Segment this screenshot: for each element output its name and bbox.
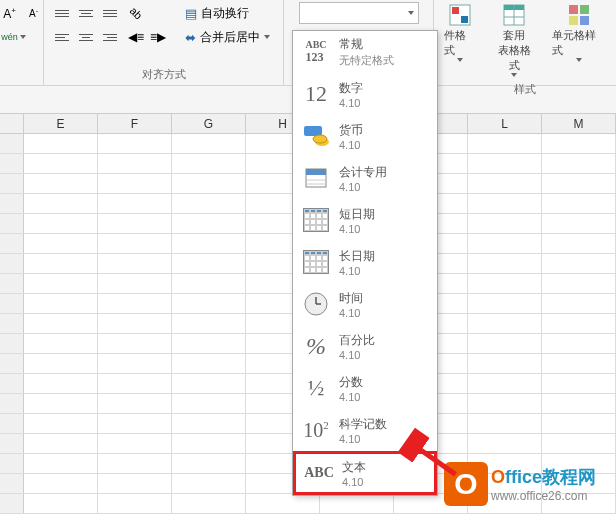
cell[interactable] bbox=[468, 134, 542, 153]
cell[interactable] bbox=[468, 374, 542, 393]
cell[interactable] bbox=[542, 134, 616, 153]
cell[interactable] bbox=[468, 234, 542, 253]
row-header[interactable] bbox=[0, 414, 24, 433]
cell[interactable] bbox=[24, 214, 98, 233]
cell[interactable] bbox=[98, 474, 172, 493]
format-option-frac[interactable]: ½分数4.10 bbox=[293, 367, 437, 409]
cell[interactable] bbox=[320, 494, 394, 513]
column-header[interactable]: G bbox=[172, 114, 246, 133]
cell[interactable] bbox=[24, 314, 98, 333]
row-header[interactable] bbox=[0, 134, 24, 153]
cell[interactable] bbox=[98, 234, 172, 253]
row-header[interactable] bbox=[0, 454, 24, 473]
cell[interactable] bbox=[24, 374, 98, 393]
row-header[interactable] bbox=[0, 234, 24, 253]
align-top-right[interactable] bbox=[99, 2, 121, 24]
format-option-ledger[interactable]: 会计专用4.10 bbox=[293, 157, 437, 199]
format-option-clock[interactable]: 时间4.10 bbox=[293, 283, 437, 325]
cell[interactable] bbox=[542, 174, 616, 193]
cell[interactable] bbox=[542, 274, 616, 293]
cell[interactable] bbox=[468, 394, 542, 413]
cell[interactable] bbox=[98, 354, 172, 373]
cell[interactable] bbox=[24, 194, 98, 213]
format-option-abc123[interactable]: ABC123常规无特定格式 bbox=[293, 31, 437, 73]
cell[interactable] bbox=[468, 434, 542, 453]
column-header[interactable]: F bbox=[98, 114, 172, 133]
cell[interactable] bbox=[542, 394, 616, 413]
cell[interactable] bbox=[24, 294, 98, 313]
row-header[interactable] bbox=[0, 254, 24, 273]
cell[interactable] bbox=[172, 334, 246, 353]
row-header[interactable] bbox=[0, 334, 24, 353]
cell[interactable] bbox=[172, 154, 246, 173]
cell[interactable] bbox=[172, 234, 246, 253]
cell[interactable] bbox=[172, 434, 246, 453]
align-left[interactable] bbox=[51, 26, 73, 48]
wrap-text-button[interactable]: ▤ 自动换行 bbox=[179, 2, 276, 24]
cell[interactable] bbox=[24, 274, 98, 293]
cell[interactable] bbox=[542, 214, 616, 233]
row-header[interactable] bbox=[0, 434, 24, 453]
row-header[interactable] bbox=[0, 374, 24, 393]
cell[interactable] bbox=[98, 134, 172, 153]
cell[interactable] bbox=[24, 234, 98, 253]
shrink-font-button[interactable]: A- bbox=[23, 2, 45, 24]
row-header[interactable] bbox=[0, 174, 24, 193]
merge-center-button[interactable]: ⬌ 合并后居中 bbox=[179, 26, 276, 48]
cell[interactable] bbox=[98, 434, 172, 453]
cell[interactable] bbox=[98, 194, 172, 213]
align-right[interactable] bbox=[99, 26, 121, 48]
cell[interactable] bbox=[172, 494, 246, 513]
cell[interactable] bbox=[98, 454, 172, 473]
cell[interactable] bbox=[172, 274, 246, 293]
align-top-center[interactable] bbox=[75, 2, 97, 24]
cell[interactable] bbox=[172, 194, 246, 213]
cell[interactable] bbox=[24, 134, 98, 153]
cell[interactable] bbox=[172, 354, 246, 373]
cell[interactable] bbox=[172, 374, 246, 393]
column-header[interactable]: M bbox=[542, 114, 616, 133]
cell[interactable] bbox=[172, 474, 246, 493]
format-option-pct[interactable]: %百分比4.10 bbox=[293, 325, 437, 367]
cell[interactable] bbox=[542, 154, 616, 173]
format-option-cal[interactable]: 短日期4.10 bbox=[293, 199, 437, 241]
cell[interactable] bbox=[468, 354, 542, 373]
cell[interactable] bbox=[172, 314, 246, 333]
format-option-coins[interactable]: 货币4.10 bbox=[293, 115, 437, 157]
cell[interactable] bbox=[98, 494, 172, 513]
format-option-12[interactable]: 12数字4.10 bbox=[293, 73, 437, 115]
cell[interactable] bbox=[98, 394, 172, 413]
row-header[interactable] bbox=[0, 354, 24, 373]
increase-indent[interactable]: ≡▶ bbox=[147, 26, 169, 48]
align-top-left[interactable] bbox=[51, 2, 73, 24]
cell[interactable] bbox=[542, 314, 616, 333]
cell[interactable] bbox=[24, 354, 98, 373]
decrease-indent[interactable]: ◀≡ bbox=[125, 26, 147, 48]
cell[interactable] bbox=[24, 174, 98, 193]
cell[interactable] bbox=[246, 494, 320, 513]
cell[interactable] bbox=[542, 374, 616, 393]
cell[interactable] bbox=[172, 254, 246, 273]
cell[interactable] bbox=[172, 134, 246, 153]
grow-font-button[interactable]: A+ bbox=[0, 2, 21, 24]
cell[interactable] bbox=[24, 254, 98, 273]
cell[interactable] bbox=[24, 154, 98, 173]
row-header[interactable] bbox=[0, 474, 24, 493]
cell[interactable] bbox=[542, 234, 616, 253]
cell[interactable] bbox=[172, 294, 246, 313]
cell[interactable] bbox=[98, 414, 172, 433]
cell[interactable] bbox=[98, 334, 172, 353]
cell[interactable] bbox=[468, 154, 542, 173]
cell[interactable] bbox=[24, 334, 98, 353]
cell[interactable] bbox=[24, 394, 98, 413]
cell[interactable] bbox=[542, 414, 616, 433]
cell[interactable] bbox=[98, 294, 172, 313]
format-option-cal[interactable]: 长日期4.10 bbox=[293, 241, 437, 283]
cell[interactable] bbox=[468, 254, 542, 273]
cell[interactable] bbox=[98, 374, 172, 393]
cell[interactable] bbox=[172, 214, 246, 233]
cell-styles-button[interactable]: 单元格样式 bbox=[546, 2, 612, 64]
cell[interactable] bbox=[468, 214, 542, 233]
row-header[interactable] bbox=[0, 274, 24, 293]
row-header[interactable] bbox=[0, 194, 24, 213]
